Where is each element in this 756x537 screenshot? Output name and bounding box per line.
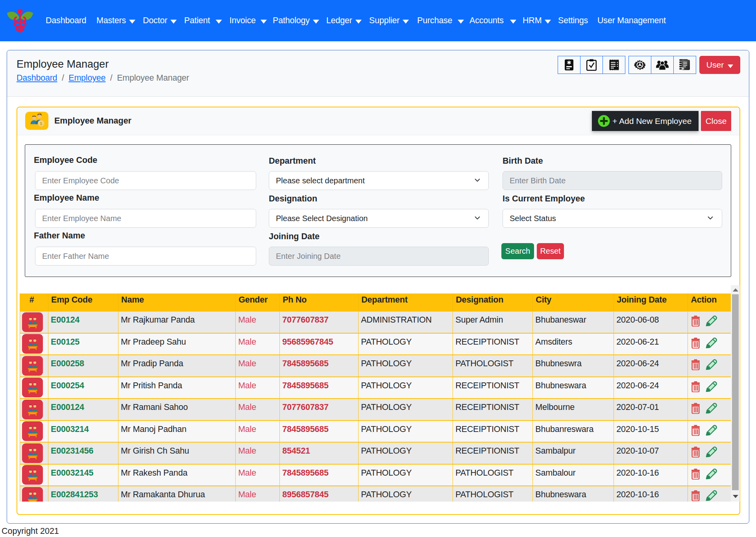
svg-text:$: $ [40,121,43,126]
